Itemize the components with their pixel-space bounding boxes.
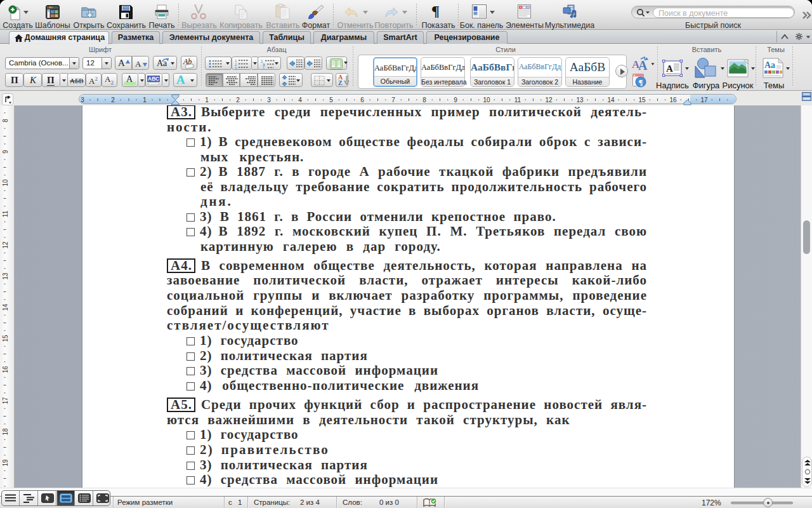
svg-text:6: 6 xyxy=(360,97,364,104)
svg-text:4: 4 xyxy=(298,97,302,104)
svg-text:i: i xyxy=(263,65,264,69)
svg-text:14: 14 xyxy=(607,97,615,104)
svg-text:2: 2 xyxy=(111,97,115,104)
svg-text:8: 8 xyxy=(422,97,426,104)
svg-text:14: 14 xyxy=(2,304,9,311)
svg-text:15: 15 xyxy=(638,97,646,104)
svg-text:3: 3 xyxy=(267,97,271,104)
svg-text:9: 9 xyxy=(454,97,457,104)
svg-text:А: А xyxy=(638,58,648,72)
svg-text:17: 17 xyxy=(700,97,708,104)
svg-text:1: 1 xyxy=(143,97,147,104)
svg-text:11: 11 xyxy=(514,97,521,104)
svg-text:12: 12 xyxy=(545,97,553,104)
svg-text:11: 11 xyxy=(2,210,9,217)
svg-text:1: 1 xyxy=(205,97,209,104)
svg-text:13: 13 xyxy=(2,272,9,280)
svg-text:А: А xyxy=(666,64,673,74)
svg-text:19: 19 xyxy=(2,459,9,467)
svg-text:8: 8 xyxy=(2,119,9,123)
svg-text:2: 2 xyxy=(236,97,240,104)
svg-text:16: 16 xyxy=(669,97,677,104)
svg-text:7: 7 xyxy=(391,97,395,104)
svg-text:¶: ¶ xyxy=(639,77,643,87)
svg-text:3: 3 xyxy=(235,67,237,69)
svg-text:18: 18 xyxy=(2,428,9,436)
svg-text:12: 12 xyxy=(2,241,9,249)
svg-text:3: 3 xyxy=(81,97,84,104)
svg-text:15: 15 xyxy=(2,335,9,342)
svg-text:17: 17 xyxy=(2,397,9,404)
svg-text:10: 10 xyxy=(2,179,9,187)
svg-text:5: 5 xyxy=(329,97,333,104)
svg-text:16: 16 xyxy=(2,366,9,373)
svg-text:Аа: Аа xyxy=(764,60,775,70)
svg-text:10: 10 xyxy=(483,97,490,104)
svg-text:13: 13 xyxy=(576,97,584,104)
svg-text:9: 9 xyxy=(2,150,9,154)
